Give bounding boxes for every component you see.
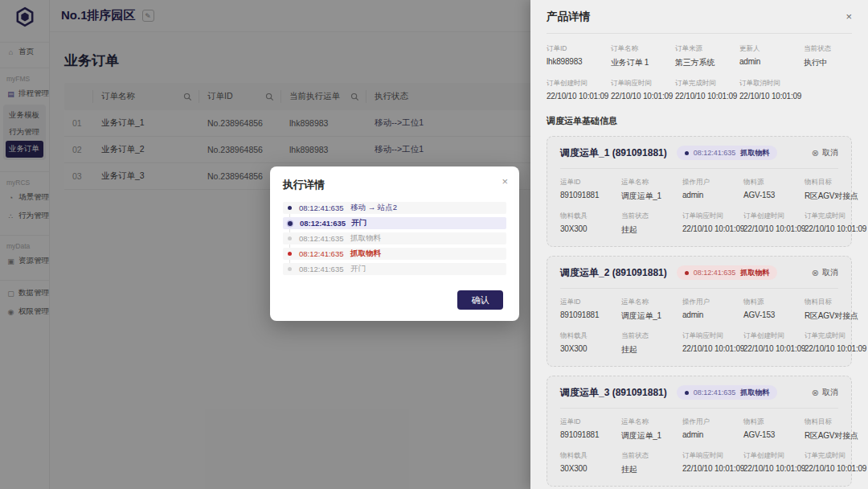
step-time: 08:12:41:635 xyxy=(300,219,351,228)
field: 当前状态挂起 xyxy=(621,331,682,355)
field: 操作用户admin xyxy=(682,298,743,322)
field: 订单创建时间22/10/10 10:01:09 xyxy=(743,212,805,236)
field: 物料目标R区AGV对接点 xyxy=(805,178,866,202)
cancel-button[interactable]: ⊗ 取消 xyxy=(812,387,838,398)
step-dot xyxy=(288,267,292,271)
field: 操作用户admin xyxy=(682,178,743,202)
badge-time: 08:12:41:635 xyxy=(694,149,736,157)
info-field: 更新人admin xyxy=(739,44,804,68)
close-icon[interactable]: × xyxy=(845,10,852,23)
field: 物料目标R区AGV对接点 xyxy=(805,298,866,322)
badge-action: 抓取物料 xyxy=(740,268,769,278)
waybill-title: 调度运单_3 (891091881) xyxy=(560,386,667,400)
step-time: 08:12:41:635 xyxy=(299,234,350,243)
info-field: 订单响应时间22/10/10 10:01:09 xyxy=(611,79,675,101)
waybill-section-title: 调度运单基础信息 xyxy=(547,115,852,127)
field: 订单创建时间22/10/10 10:01:09 xyxy=(743,451,805,475)
waybill-card-header: 调度运单_1 (891091881) 08:12:41:635 抓取物料 ⊗ 取… xyxy=(560,146,838,160)
field: 运单名称调度运单_1 xyxy=(621,178,682,202)
field: 运单ID891091881 xyxy=(560,417,621,442)
field: 订单响应时间22/10/10 10:01:09 xyxy=(682,451,743,475)
waybill-card: 调度运单_2 (891091881) 08:12:41:635 抓取物料 ⊗ 取… xyxy=(547,256,852,367)
field: 当前状态挂起 xyxy=(621,212,682,236)
field: 订单完成时间22/10/10 10:01:09 xyxy=(805,451,866,475)
timeline-step: 08:12:41:635 抓取物料 xyxy=(283,248,506,260)
badge-action: 抓取物料 xyxy=(740,388,769,398)
waybill-fields: 运单ID891091881 运单名称调度运单_1 操作用户admin 物料源AG… xyxy=(560,178,838,236)
waybill-card-header: 调度运单_3 (891091881) 08:12:41:635 抓取物料 ⊗ 取… xyxy=(560,385,838,400)
field: 当前状态挂起 xyxy=(621,451,682,475)
field: 物料源AGV-153 xyxy=(743,417,805,442)
timeline-step: 08:12:41:635 开门 xyxy=(283,217,506,229)
waybill-card: 调度运单_3 (891091881) 08:12:41:635 抓取物料 ⊗ 取… xyxy=(547,376,852,487)
waybill-card: 调度运单_1 (891091881) 08:12:41:635 抓取物料 ⊗ 取… xyxy=(547,136,852,247)
step-dot xyxy=(288,221,293,226)
field: 订单响应时间22/10/10 10:01:09 xyxy=(682,212,743,236)
step-action: 移动 → 站点2 xyxy=(350,203,397,213)
divider xyxy=(560,168,838,169)
waybill-card-header: 调度运单_2 (891091881) 08:12:41:635 抓取物料 ⊗ 取… xyxy=(560,265,838,280)
step-time: 08:12:41:635 xyxy=(299,265,350,273)
field: 操作用户admin xyxy=(682,417,743,442)
product-details-panel: 产品详情 × 订单IDlhk898983 订单名称业务订单 1 订单来源第三方系… xyxy=(530,0,868,489)
badge-dot xyxy=(685,151,689,155)
timeline-step: 08:12:41:635 开门 xyxy=(283,263,506,275)
step-action: 抓取物料 xyxy=(350,233,381,244)
step-dot xyxy=(288,206,292,210)
field: 运单ID891091881 xyxy=(560,178,621,202)
info-field: 当前状态执行中 xyxy=(804,44,852,68)
timeline-step: 08:12:41:635 移动 → 站点2 xyxy=(283,202,506,214)
info-field: 订单取消时间22/10/10 10:01:09 xyxy=(739,79,804,101)
field: 订单创建时间22/10/10 10:01:09 xyxy=(743,331,805,355)
field: 订单完成时间22/10/10 10:01:09 xyxy=(805,212,866,236)
field: 物料源AGV-153 xyxy=(743,298,805,322)
status-badge: 08:12:41:635 抓取物料 xyxy=(677,385,778,400)
timeline-step: 08:12:41:635 抓取物料 xyxy=(283,232,506,244)
order-info-grid: 订单IDlhk898983 订单名称业务订单 1 订单来源第三方系统 更新人ad… xyxy=(547,44,852,101)
step-dot xyxy=(288,236,292,240)
field: 物料载具30X300 xyxy=(560,212,621,236)
field: 物料目标R区AGV对接点 xyxy=(805,417,866,442)
cancel-icon: ⊗ xyxy=(812,268,819,278)
cancel-button[interactable]: ⊗ 取消 xyxy=(812,147,838,158)
confirm-button[interactable]: 确认 xyxy=(457,290,503,310)
cancel-icon: ⊗ xyxy=(812,148,819,158)
step-time: 08:12:41:635 xyxy=(299,249,350,258)
divider xyxy=(560,408,838,409)
info-field: 订单完成时间22/10/10 10:01:09 xyxy=(675,79,739,101)
badge-time: 08:12:41:635 xyxy=(694,269,736,277)
info-field: 订单来源第三方系统 xyxy=(675,44,739,68)
waybill-fields: 运单ID891091881 运单名称调度运单_1 操作用户admin 物料源AG… xyxy=(560,298,838,355)
field: 订单响应时间22/10/10 10:01:09 xyxy=(682,331,743,355)
execution-timeline: 08:12:41:635 移动 → 站点2 08:12:41:635 开门 08… xyxy=(283,202,506,275)
badge-dot xyxy=(685,271,689,275)
field: 订单完成时间22/10/10 10:01:09 xyxy=(805,331,866,355)
badge-action: 抓取物料 xyxy=(740,148,769,158)
modal-title: 执行详情 xyxy=(283,178,506,192)
badge-dot xyxy=(685,391,689,395)
status-badge: 08:12:41:635 抓取物料 xyxy=(677,146,778,160)
step-time: 08:12:41:635 xyxy=(299,203,350,212)
cancel-button[interactable]: ⊗ 取消 xyxy=(812,267,838,278)
divider xyxy=(560,288,838,289)
waybill-fields: 运单ID891091881 运单名称调度运单_1 操作用户admin 物料源AG… xyxy=(560,417,838,475)
app-window: ⌂ 首页 myFMS ▤ 排程管理 业务模板 行为管理 业务订单 myRCS ◔… xyxy=(0,0,868,489)
field: 运单名称调度运单_1 xyxy=(621,417,682,442)
waybill-title: 调度运单_2 (891091881) xyxy=(560,266,667,280)
field: 运单ID891091881 xyxy=(560,298,621,322)
info-field: 订单创建时间22/10/10 10:01:09 xyxy=(547,79,611,101)
field: 物料载具30X300 xyxy=(560,451,621,475)
field: 物料源AGV-153 xyxy=(743,178,805,202)
field: 物料载具30X300 xyxy=(560,331,621,355)
step-dot xyxy=(288,252,292,256)
info-field: 订单名称业务订单 1 xyxy=(611,44,675,68)
status-badge: 08:12:41:635 抓取物料 xyxy=(677,265,778,280)
badge-time: 08:12:41:635 xyxy=(694,388,736,397)
info-field: 订单IDlhk898983 xyxy=(547,44,611,68)
panel-title: 产品详情 xyxy=(547,10,590,24)
step-action: 开门 xyxy=(351,218,366,228)
step-action: 抓取物料 xyxy=(350,249,381,259)
step-action: 开门 xyxy=(350,264,366,274)
close-icon[interactable]: × xyxy=(502,175,508,187)
execution-details-modal: 执行详情 × 08:12:41:635 移动 → 站点2 08:12:41:63… xyxy=(270,166,519,321)
